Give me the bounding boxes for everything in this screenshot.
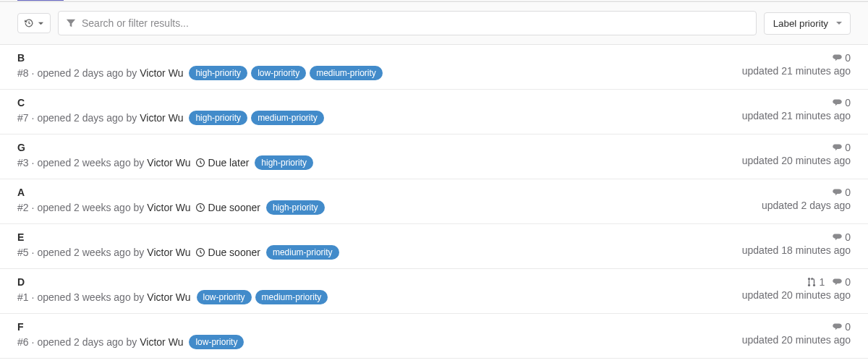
comments-count-value: 0 xyxy=(845,187,851,198)
search-input[interactable] xyxy=(76,13,749,33)
clock-icon xyxy=(195,202,205,213)
issue-due-text: Due sooner xyxy=(208,202,260,213)
comments-icon xyxy=(832,187,843,197)
issue-labels: high-priority xyxy=(266,200,325,215)
comments-count[interactable]: 0 xyxy=(832,321,851,333)
sort-label: Label priority xyxy=(773,18,828,29)
clock-icon xyxy=(195,247,205,257)
clock-icon xyxy=(195,158,205,168)
issue-meta: #8·opened 2 days ago byVictor Wuhigh-pri… xyxy=(17,66,731,80)
issue-row[interactable]: E#5·opened 2 weeks ago byVictor WuDue so… xyxy=(0,224,868,269)
comments-icon xyxy=(832,322,843,332)
label-badge[interactable]: low-priority xyxy=(189,335,244,349)
issue-row[interactable]: G#3·opened 2 weeks ago byVictor WuDue la… xyxy=(0,134,868,179)
issue-author[interactable]: Victor Wu xyxy=(140,336,183,348)
issue-row[interactable]: C#7·opened 2 days ago byVictor Wuhigh-pr… xyxy=(0,90,868,134)
issue-meta: #5·opened 2 weeks ago byVictor WuDue soo… xyxy=(17,245,731,260)
issue-meta: #2·opened 2 weeks ago byVictor WuDue soo… xyxy=(17,200,750,215)
issue-title[interactable]: D xyxy=(17,276,731,288)
issue-title[interactable]: C xyxy=(17,97,731,108)
merge-request-icon xyxy=(807,277,817,287)
issue-title[interactable]: G xyxy=(17,142,731,153)
svg-point-4 xyxy=(808,284,810,286)
issue-ref: #6 xyxy=(17,336,29,348)
label-badge[interactable]: low-priority xyxy=(197,290,252,304)
label-badge[interactable]: high-priority xyxy=(255,155,313,170)
separator: · xyxy=(32,67,35,79)
issue-ref: #5 xyxy=(17,247,29,258)
issue-author[interactable]: Victor Wu xyxy=(147,247,190,258)
issue-left: C#7·opened 2 days ago byVictor Wuhigh-pr… xyxy=(17,97,731,125)
search-field[interactable] xyxy=(58,11,757,35)
issue-author[interactable]: Victor Wu xyxy=(147,291,190,303)
issue-author[interactable]: Victor Wu xyxy=(147,157,190,168)
comments-count[interactable]: 0 xyxy=(832,276,851,288)
issue-row[interactable]: D#1·opened 3 weeks ago byVictor Wulow-pr… xyxy=(0,269,868,314)
label-badge[interactable]: medium-priority xyxy=(251,111,324,125)
issue-labels: medium-priority xyxy=(266,245,339,260)
issue-title[interactable]: E xyxy=(17,231,731,243)
issue-due: Due sooner xyxy=(195,202,260,213)
issue-stats: 0 xyxy=(742,97,851,108)
comments-count[interactable]: 0 xyxy=(832,97,851,108)
sort-dropdown[interactable]: Label priority xyxy=(764,12,851,35)
issue-row[interactable]: B#8·opened 2 days ago byVictor Wuhigh-pr… xyxy=(0,45,868,90)
issue-stats: 10 xyxy=(742,276,851,288)
comments-count[interactable]: 0 xyxy=(832,231,851,243)
issue-stats: 0 xyxy=(742,142,851,153)
history-button[interactable] xyxy=(17,13,51,33)
svg-point-5 xyxy=(813,284,815,286)
label-badge[interactable]: low-priority xyxy=(251,66,306,80)
history-icon xyxy=(24,18,34,28)
comments-count[interactable]: 0 xyxy=(832,52,851,64)
issue-updated: updated 18 minutes ago xyxy=(742,244,851,256)
issue-opened: opened 2 days ago by xyxy=(37,67,137,79)
comments-count-value: 0 xyxy=(845,97,851,108)
label-badge[interactable]: medium-priority xyxy=(255,290,328,304)
label-badge[interactable]: high-priority xyxy=(266,200,325,215)
issue-author[interactable]: Victor Wu xyxy=(147,202,190,213)
separator: · xyxy=(32,247,35,258)
label-badge[interactable]: medium-priority xyxy=(266,245,339,260)
issue-meta: #6·opened 2 days ago byVictor Wulow-prio… xyxy=(17,335,731,349)
issue-labels: low-prioritymedium-priority xyxy=(197,290,328,304)
comments-icon xyxy=(832,142,843,153)
issue-right: 10updated 20 minutes ago xyxy=(742,276,851,301)
issue-right: 0updated 20 minutes ago xyxy=(742,142,851,166)
issue-left: A#2·opened 2 weeks ago byVictor WuDue so… xyxy=(17,187,750,215)
issue-opened: opened 2 weeks ago by xyxy=(37,157,144,168)
issue-row[interactable]: A#2·opened 2 weeks ago byVictor WuDue so… xyxy=(0,179,868,224)
comments-count[interactable]: 0 xyxy=(832,142,851,153)
issue-updated: updated 20 minutes ago xyxy=(742,155,851,166)
issue-left: F#6·opened 2 days ago byVictor Wulow-pri… xyxy=(17,321,731,349)
issue-right: 0updated 20 minutes ago xyxy=(742,321,851,346)
issue-row[interactable]: F#6·opened 2 days ago byVictor Wulow-pri… xyxy=(0,314,868,359)
issue-author[interactable]: Victor Wu xyxy=(140,112,183,124)
issue-opened: opened 2 weeks ago by xyxy=(37,202,144,213)
separator: · xyxy=(32,291,35,303)
issue-meta: #3·opened 2 weeks ago byVictor WuDue lat… xyxy=(17,155,731,170)
comments-count-value: 0 xyxy=(845,321,851,333)
comments-icon xyxy=(832,53,843,63)
label-badge[interactable]: high-priority xyxy=(189,66,247,80)
issue-stats: 0 xyxy=(762,187,851,198)
issue-title[interactable]: A xyxy=(17,187,750,198)
issue-right: 0updated 21 minutes ago xyxy=(742,52,851,77)
comments-count[interactable]: 0 xyxy=(832,187,851,198)
issue-title[interactable]: F xyxy=(17,321,731,333)
issue-title[interactable]: B xyxy=(17,52,731,64)
label-badge[interactable]: high-priority xyxy=(189,111,247,125)
separator: · xyxy=(32,336,35,348)
chevron-down-icon xyxy=(38,20,44,27)
issue-ref: #3 xyxy=(17,157,29,168)
issue-updated: updated 20 minutes ago xyxy=(742,289,851,301)
issue-updated: updated 2 days ago xyxy=(762,200,851,211)
svg-point-3 xyxy=(808,278,810,280)
issue-left: B#8·opened 2 days ago byVictor Wuhigh-pr… xyxy=(17,52,731,80)
separator: · xyxy=(32,157,35,168)
comments-icon xyxy=(832,232,843,242)
issue-author[interactable]: Victor Wu xyxy=(140,67,183,79)
issue-opened: opened 2 weeks ago by xyxy=(37,247,144,258)
label-badge[interactable]: medium-priority xyxy=(310,66,383,80)
merge-request-count[interactable]: 1 xyxy=(807,276,825,288)
